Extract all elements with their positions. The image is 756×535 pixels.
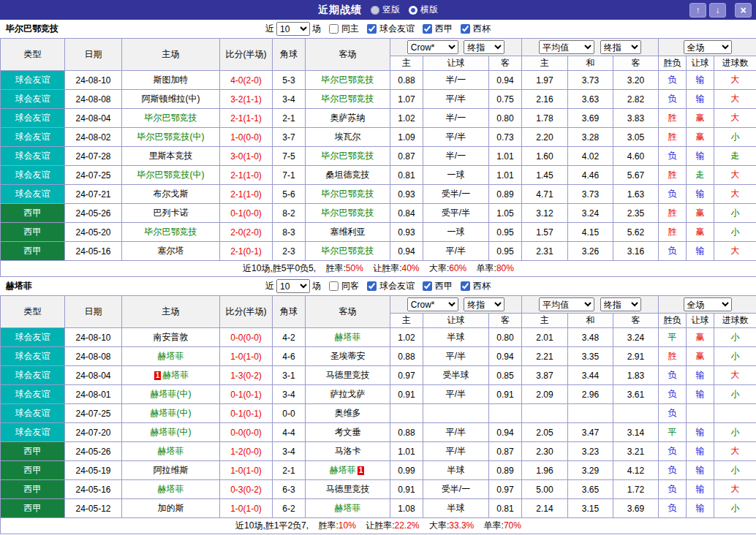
average-select[interactable]: 平均值	[539, 297, 594, 311]
team-section-home: 毕尔巴鄂竞技 近 10 场 同主 球会友谊 西甲 西杯 类型 日期 主场	[0, 20, 756, 277]
team-link[interactable]: 赫塔菲(中)	[151, 389, 192, 399]
move-down-button[interactable]: ↓	[709, 3, 726, 18]
team-link[interactable]: 毕尔巴鄂竞技	[322, 189, 374, 199]
team-link[interactable]: 阿斯顿维拉(中)	[142, 94, 200, 104]
match-row: 球会友谊24-07-25赫塔菲(中)0-1(0-1)0-0奥维多负	[1, 404, 756, 423]
avg-home-cell: 3.87	[522, 366, 568, 385]
win-rate-label: 胜率:	[318, 520, 338, 531]
filter-bar: 近 10 场 同主 球会友谊 西甲 西杯	[265, 22, 491, 36]
same-venue-checkbox[interactable]	[329, 281, 339, 291]
fullmatch-select[interactable]: 全场	[684, 297, 732, 311]
team-name: 赫塔菲	[6, 280, 32, 292]
team-link[interactable]: 毕尔巴鄂竞技(中)	[137, 132, 205, 142]
layout-vertical-option[interactable]: 竖版	[371, 4, 400, 16]
team-link[interactable]: 塞尔塔	[158, 246, 184, 256]
team-link[interactable]: 毕尔巴鄂竞技	[322, 94, 374, 104]
bookmaker-final-select[interactable]: 终指	[464, 40, 504, 54]
team-link[interactable]: 毕尔巴鄂竞技	[145, 227, 197, 237]
team-link[interactable]: 斯图加特	[154, 75, 189, 85]
league-laliga-checkbox[interactable]	[423, 281, 432, 291]
team-link[interactable]: 赫塔菲	[158, 351, 184, 361]
avg-home-cell: 2.01	[522, 328, 568, 347]
team-link[interactable]: 南安普敦	[154, 332, 189, 342]
team-link[interactable]: 马德里竞技	[326, 484, 370, 494]
avg-home-cell: 5.00	[522, 480, 568, 499]
handicap-name-cell: 平/半	[423, 128, 489, 147]
away-team-cell: 埃瓦尔	[306, 128, 390, 147]
team-link[interactable]: 毕尔巴鄂竞技	[322, 151, 374, 161]
layout-horizontal-option[interactable]: 横版	[409, 4, 438, 16]
average-final-select[interactable]: 终指	[600, 297, 641, 311]
team-link[interactable]: 毕尔巴鄂竞技	[145, 113, 197, 123]
team-link[interactable]: 马德里竞技	[326, 370, 370, 380]
col-date: 日期	[65, 296, 122, 328]
team-link[interactable]: 马洛卡	[335, 446, 361, 456]
team-link[interactable]: 里斯本竞技	[149, 151, 193, 161]
col-goals: 进球数	[714, 56, 756, 71]
team-link[interactable]: 赫塔菲	[330, 465, 356, 475]
avg-away-cell: 4.60	[613, 147, 659, 166]
avg-draw-cell: 3.73	[568, 185, 613, 204]
team-link[interactable]: 毕尔巴鄂竞技	[322, 208, 374, 218]
league-cup-label: 西杯	[473, 280, 491, 292]
team-link[interactable]: 布尔戈斯	[154, 189, 189, 199]
league-laliga-checkbox[interactable]	[423, 24, 432, 34]
team-link[interactable]: 赫塔菲	[162, 370, 189, 380]
home-team-cell: 赫塔菲(中)	[122, 423, 220, 442]
result-cell: 负	[659, 185, 687, 204]
away-odds-cell: 0.85	[489, 366, 522, 385]
same-venue-checkbox[interactable]	[329, 24, 339, 34]
col-result: 胜负	[659, 56, 687, 71]
team-link[interactable]: 巴列卡诺	[154, 208, 189, 218]
league-laliga-label: 西甲	[435, 280, 453, 292]
league-friendly-checkbox[interactable]	[367, 24, 377, 34]
match-count-select[interactable]: 10	[276, 279, 310, 293]
close-button[interactable]: ×	[735, 3, 752, 18]
move-up-button[interactable]: ↑	[689, 3, 706, 18]
team-link[interactable]: 赫塔菲(中)	[151, 408, 192, 418]
team-link[interactable]: 加的斯	[158, 503, 184, 513]
league-type-cell: 球会友谊	[1, 166, 65, 185]
team-link[interactable]: 赫塔菲	[335, 503, 361, 513]
team-link[interactable]: 毕尔巴鄂竞技(中)	[137, 170, 205, 180]
fullmatch-select[interactable]: 全场	[684, 40, 732, 54]
bookmaker-select[interactable]: Crow*	[407, 40, 458, 54]
match-row: 西甲24-05-19阿拉维斯1-0(1-0)2-1赫塔菲10.99半球0.891…	[1, 461, 756, 480]
team-link[interactable]: 奥维多	[335, 408, 361, 418]
avg-home-cell: 1.45	[522, 166, 568, 185]
team-link[interactable]: 赫塔菲	[158, 484, 184, 494]
team-link[interactable]: 毕尔巴鄂竞技	[322, 75, 374, 85]
handicap-rate-value: 40%	[402, 263, 420, 273]
team-link[interactable]: 赫塔菲	[335, 332, 361, 342]
bookmaker-select[interactable]: Crow*	[407, 297, 458, 311]
average-final-select[interactable]: 终指	[600, 40, 641, 54]
team-link[interactable]: 埃瓦尔	[335, 132, 361, 142]
away-team-cell: 赫塔菲	[306, 328, 390, 347]
team-link[interactable]: 圣埃蒂安	[330, 351, 366, 361]
team-link[interactable]: 毕尔巴鄂竞技	[322, 246, 374, 256]
team-link[interactable]: 赫塔菲(中)	[151, 427, 192, 437]
league-friendly-checkbox[interactable]	[367, 281, 377, 291]
corner-cell: 4-4	[273, 423, 306, 442]
league-type-cell: 球会友谊	[1, 109, 65, 128]
team-link[interactable]: 阿拉维斯	[154, 465, 189, 475]
match-count-select[interactable]: 10	[276, 22, 310, 36]
team-link[interactable]: 奥萨苏纳	[330, 113, 366, 123]
league-cup-checkbox[interactable]	[461, 281, 470, 291]
red-card-icon: 1	[358, 466, 365, 475]
score-cell: 2-1(0-1)	[220, 242, 273, 261]
league-cup-checkbox[interactable]	[461, 24, 470, 34]
bookmaker-final-select[interactable]: 终指	[464, 297, 504, 311]
team-link[interactable]: 桑坦德竞技	[326, 170, 370, 180]
handicap-name-cell: 受半/一	[423, 185, 489, 204]
team-section-away: 赫塔菲 近 10 场 同客 球会友谊 西甲 西杯 类型 日期 主场	[0, 277, 756, 534]
team-link[interactable]: 赫塔菲	[158, 446, 184, 456]
league-laliga-label: 西甲	[435, 23, 453, 35]
team-link[interactable]: 考文垂	[335, 427, 361, 437]
average-select[interactable]: 平均值	[539, 40, 594, 54]
team-link[interactable]: 塞维利亚	[330, 227, 366, 237]
home-odds-cell: 1.08	[390, 499, 423, 518]
team-link[interactable]: 萨拉戈萨	[330, 389, 366, 399]
layout-horizontal-label: 横版	[420, 4, 438, 16]
home-odds-cell: 0.93	[390, 185, 423, 204]
